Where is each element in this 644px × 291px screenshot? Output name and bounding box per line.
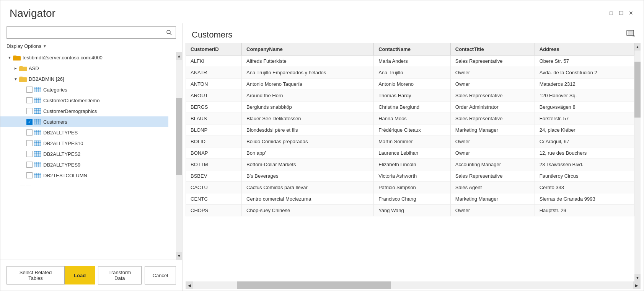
- svg-rect-38: [34, 151, 41, 157]
- tree-node-db2alltypes9[interactable]: ► DB2ALLTYPES9: [0, 159, 168, 170]
- table-cell: Bon app': [242, 147, 374, 159]
- checkbox-customerdemographics[interactable]: [26, 108, 33, 114]
- tree-scroll-down[interactable]: ▼: [176, 252, 182, 260]
- svg-rect-8: [34, 87, 41, 92]
- table-cell: Order Administrator: [450, 101, 535, 113]
- table-row[interactable]: AROUTAround the HornThomas HardySales Re…: [186, 90, 634, 101]
- data-table: CustomerID CompanyName ContactName Conta…: [186, 43, 634, 216]
- checkbox-db2alltypes10[interactable]: [26, 140, 33, 146]
- expand-arrow-asd: ►: [13, 65, 19, 71]
- folder-icon-db2admin: [19, 75, 27, 82]
- refresh-button[interactable]: [626, 29, 634, 40]
- table-cell: Owner: [450, 67, 535, 78]
- tree-node-db2alltypes2[interactable]: ► DB2ALLTYPES2: [0, 149, 168, 159]
- col-contactname: ContactName: [374, 43, 451, 56]
- table-cell: Patricio Simpson: [374, 182, 451, 193]
- table-cell: Ana Trujillo: [374, 67, 451, 78]
- col-contacttitle: ContactTitle: [450, 43, 535, 56]
- table-icon-db2alltypes9: [33, 161, 42, 168]
- checkbox-categories[interactable]: [26, 87, 33, 93]
- server-node[interactable]: ▼ testibmdb2server.contoso.com:4000: [0, 52, 168, 63]
- checkbox-customers[interactable]: ✓: [26, 119, 33, 125]
- v-scroll-track: [634, 51, 641, 274]
- preview-title: Customers: [192, 30, 232, 40]
- table-row[interactable]: CHOPSChop-suey ChineseYang WangOwnerHaup…: [186, 205, 634, 216]
- v-scroll-down[interactable]: ▼: [634, 274, 641, 281]
- db2alltypes-label: DB2ALLTYPES: [42, 130, 78, 136]
- server-node-label: testibmdb2server.contoso.com:4000: [21, 55, 103, 60]
- table-icon-db2alltypes2: [33, 150, 42, 157]
- table-row[interactable]: BOLIDBólido Comidas preparadasMartín Som…: [186, 136, 634, 147]
- cancel-button[interactable]: Cancel: [145, 266, 176, 284]
- table-row[interactable]: BLAUSBlauer See DelikatessenHanna MoosSa…: [186, 113, 634, 124]
- cd-label: CustomerDemographics: [42, 108, 97, 114]
- transform-button[interactable]: Transform Data: [98, 266, 141, 284]
- db2admin-label: DB2ADMIN [26]: [27, 76, 64, 82]
- search-button[interactable]: [162, 26, 176, 39]
- checkbox-db2testcolumn[interactable]: [26, 172, 33, 178]
- h-scroll-left[interactable]: ◀: [186, 281, 193, 289]
- main-content: Display Options ▼ ▼ testi: [0, 23, 644, 291]
- svg-rect-23: [34, 119, 41, 124]
- maximize-button[interactable]: ☐: [618, 10, 624, 16]
- table-row[interactable]: ANATRAna Trujillo Emparedados y heladosA…: [186, 67, 634, 78]
- left-panel: Display Options ▼ ▼ testi: [0, 23, 183, 291]
- col-address: Address: [535, 43, 634, 56]
- select-related-button[interactable]: Select Related Tables: [7, 266, 65, 284]
- display-options[interactable]: Display Options ▼: [0, 42, 182, 52]
- table-row[interactable]: CENTCCentro comercial MoctezumaFrancisco…: [186, 193, 634, 205]
- tree-node-customers[interactable]: ► ✓ Customers: [0, 116, 168, 127]
- table-cell: Antonio Moreno Taquería: [242, 78, 374, 90]
- close-button[interactable]: ✕: [628, 10, 634, 16]
- col-customerid: CustomerID: [186, 43, 242, 56]
- col-companyname: CompanyName: [242, 43, 374, 56]
- search-bar: [7, 26, 176, 39]
- table-cell: Around the Horn: [242, 90, 374, 101]
- checkbox-db2alltypes2[interactable]: [26, 151, 33, 157]
- search-input[interactable]: [7, 27, 162, 38]
- bottom-bar: Select Related Tables Load Transform Dat…: [0, 260, 182, 291]
- svg-rect-18: [34, 108, 41, 114]
- minimize-button[interactable]: □: [608, 10, 615, 16]
- table-cell: Antonio Moreno: [374, 78, 451, 90]
- checkbox-db2alltypes9[interactable]: [26, 162, 33, 168]
- tree-node-categories[interactable]: ► Categories: [0, 84, 168, 95]
- db2alltypes10-label: DB2ALLTYPES10: [42, 141, 83, 146]
- table-cell: Mataderos 2312: [535, 78, 634, 90]
- table-cell: Berguvsvägen 8: [535, 101, 634, 113]
- tree-node-asd[interactable]: ► ASD: [0, 63, 168, 74]
- tree-node-db2testcolumn[interactable]: ► DB2TESTCOLUMN: [0, 170, 168, 181]
- table-cell: Ana Trujillo Emparedados y helados: [242, 67, 374, 78]
- load-button[interactable]: Load: [65, 266, 95, 284]
- table-row[interactable]: BLONPBlondesddsl père et filsFrédérique …: [186, 124, 634, 136]
- v-scroll-up[interactable]: ▲: [634, 43, 641, 51]
- tree-node-customerdemographics[interactable]: ► CustomerDemographics: [0, 106, 168, 116]
- tree-node-db2alltypes10[interactable]: ► DB2ALLTYPES10: [0, 138, 168, 149]
- tree-node-customercustomerdemo[interactable]: ► CustomerCustomerDemo: [0, 95, 168, 106]
- checkbox-customercustomerdemo[interactable]: [26, 97, 33, 103]
- table-cell: Centro comercial Moctezuma: [242, 193, 374, 205]
- tree-area: ▼ testibmdb2server.contoso.com:4000 ►: [0, 52, 176, 260]
- table-row[interactable]: ALFKIAlfreds FutterkisteMaria AndersSale…: [186, 56, 634, 67]
- table-row[interactable]: BOTTMBottom-Dollar MarketsElizabeth Linc…: [186, 159, 634, 170]
- table-row[interactable]: CACTUCactus Comidas para llevarPatricio …: [186, 182, 634, 193]
- table-row[interactable]: ANTONAntonio Moreno TaqueríaAntonio More…: [186, 78, 634, 90]
- h-scroll-right[interactable]: ▶: [633, 281, 641, 289]
- table-row[interactable]: BERGSBerglunds snabbköpChristina Berglun…: [186, 101, 634, 113]
- svg-rect-43: [34, 162, 41, 167]
- svg-rect-7: [20, 77, 23, 78]
- tree-node-db2admin[interactable]: ▼ DB2ADMIN [26]: [0, 74, 168, 84]
- tree-node-db2alltypes[interactable]: ► DB2ALLTYPES: [0, 127, 168, 138]
- table-row[interactable]: BSBEVB's BeveragesVictoria AshworthSales…: [186, 170, 634, 182]
- h-scroll-track: [193, 281, 633, 289]
- table-cell: Forsterstr. 57: [535, 113, 634, 124]
- table-row[interactable]: BONAPBon app'Laurence LebihanOwner12, ru…: [186, 147, 634, 159]
- server-icon: [13, 54, 21, 61]
- window-controls: □ ☐ ✕: [608, 10, 634, 16]
- tree-scroll-up[interactable]: ▲: [176, 52, 182, 60]
- table-cell: BLAUS: [186, 113, 242, 124]
- table-cell: ANTON: [186, 78, 242, 90]
- table-cell: Martín Sommer: [374, 136, 451, 147]
- table-icon-categories: [33, 86, 42, 93]
- checkbox-db2alltypes[interactable]: [26, 129, 33, 136]
